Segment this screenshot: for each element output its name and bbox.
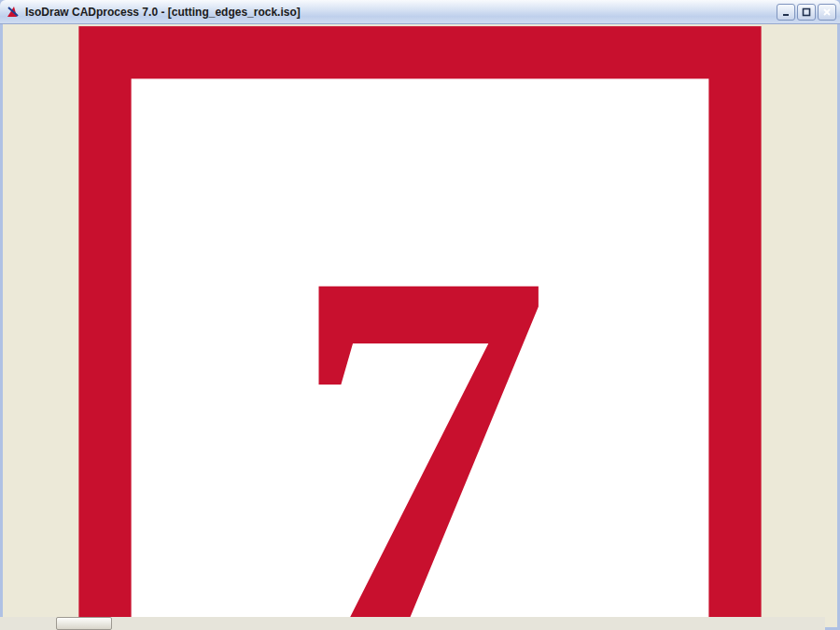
scroll-left-icon[interactable] [0,617,825,630]
minimize-button[interactable] [777,4,795,21]
browser-hscrollbar[interactable] [0,617,825,630]
title-bar[interactable]: IsoDraw CADprocess 7.0 - [cutting_edges_… [0,0,840,24]
menu-bar: 7 FileEditElementObjectsTextWindowMacros… [0,0,840,630]
close-button[interactable] [818,4,836,21]
app-window: IsoDraw CADprocess 7.0 - [cutting_edges_… [0,0,840,630]
app-logo-icon [6,5,21,20]
window-title: IsoDraw CADprocess 7.0 - [cutting_edges_… [25,6,775,19]
document-icon: 7 [0,0,840,630]
maximize-button[interactable] [797,4,816,21]
svg-text:7: 7 [288,162,551,630]
scroll-thumb[interactable] [56,617,112,630]
